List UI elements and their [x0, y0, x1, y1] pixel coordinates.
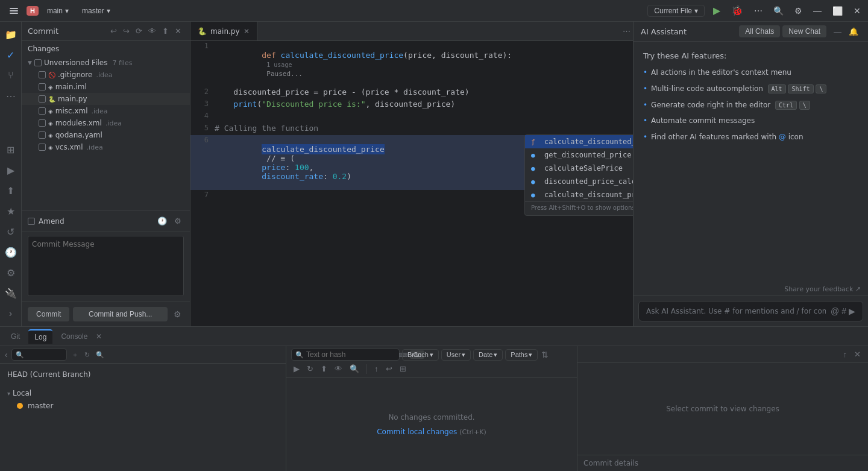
- user-filter-button[interactable]: User ▾: [441, 349, 471, 361]
- list-item[interactable]: ◈ misc.xml .idea: [22, 105, 190, 117]
- master-branch-button[interactable]: master ▾: [77, 5, 115, 16]
- right-up-button[interactable]: ↑: [841, 349, 850, 360]
- settings-button[interactable]: ⚙: [792, 4, 805, 18]
- play-log-button[interactable]: ▶: [291, 363, 302, 375]
- file-group-header[interactable]: ▼ Unversioned Files 7 files: [22, 57, 190, 69]
- eye-log-button[interactable]: 👁: [332, 363, 345, 375]
- sidebar-more-icon[interactable]: ⋯: [2, 87, 20, 105]
- file-checkbox[interactable]: [39, 144, 46, 151]
- run-button[interactable]: ▶: [711, 2, 723, 19]
- search-button-2[interactable]: 🔍: [95, 350, 105, 360]
- file-checkbox[interactable]: [39, 131, 46, 139]
- undo-log-button[interactable]: ↩: [383, 363, 395, 375]
- tab-close-button[interactable]: ✕: [244, 27, 250, 36]
- refresh-button[interactable]: ⟳: [133, 25, 145, 37]
- file-checkbox[interactable]: [39, 119, 46, 127]
- amend-checkbox[interactable]: [28, 218, 35, 225]
- ai-input-field[interactable]: [646, 307, 826, 315]
- expand-log-button[interactable]: ⊞: [397, 363, 409, 375]
- file-checkbox[interactable]: [39, 107, 46, 115]
- new-chat-button[interactable]: New Chat: [782, 25, 826, 37]
- ai-at-button[interactable]: @: [831, 306, 839, 316]
- ai-feedback-link[interactable]: Share your feedback ↗: [634, 283, 868, 296]
- sidebar-star-icon[interactable]: ★: [2, 202, 20, 220]
- sidebar-settings2-icon[interactable]: ⚙: [2, 264, 20, 282]
- list-item[interactable]: ◈ main.iml: [22, 81, 190, 93]
- current-file-button[interactable]: Current File ▾: [647, 5, 705, 17]
- autocomplete-item-2[interactable]: ● get_discounted_price: [525, 148, 633, 162]
- code-editor[interactable]: 1 def calculate_discounted_price(price, …: [190, 41, 633, 326]
- expand-button[interactable]: ⬆: [160, 25, 171, 37]
- right-close-button[interactable]: ✕: [852, 349, 863, 360]
- close-panel-button[interactable]: ✕: [172, 25, 184, 37]
- sidebar-deploy-icon[interactable]: ⬆: [2, 182, 20, 200]
- branch-filter-button[interactable]: Branch ▾: [402, 349, 439, 361]
- sidebar-history-icon[interactable]: ↺: [2, 223, 20, 241]
- eye-button[interactable]: 👁: [146, 25, 159, 37]
- ai-minus-button[interactable]: —: [831, 26, 844, 37]
- sidebar-expand-icon[interactable]: ›: [2, 305, 20, 323]
- commit-message-input[interactable]: [28, 236, 184, 296]
- local-header[interactable]: ▾ Local: [7, 388, 278, 399]
- tab-log[interactable]: Log: [28, 329, 52, 344]
- sidebar-run-icon[interactable]: ▶: [2, 161, 20, 179]
- text-hash-input[interactable]: [306, 350, 397, 359]
- sidebar-commit-icon[interactable]: ✓: [2, 46, 20, 64]
- tab-git[interactable]: Git: [5, 330, 26, 343]
- search-log-button[interactable]: 🔍: [347, 363, 362, 375]
- list-item-mainpy[interactable]: 🐍 main.py: [22, 93, 190, 105]
- redo-button[interactable]: ↪: [121, 25, 132, 37]
- commit-push-button[interactable]: Commit and Push...: [73, 307, 168, 321]
- list-item[interactable]: 🚫 .gitignore .idea: [22, 69, 190, 81]
- search-button[interactable]: 🔍: [771, 4, 786, 18]
- autocomplete-item-1[interactable]: ƒ calculate_discounted_price: [525, 135, 633, 148]
- sort-button[interactable]: ⇅: [540, 349, 550, 361]
- autocomplete-dropdown[interactable]: ƒ calculate_discounted_price ● get_disco…: [524, 134, 633, 216]
- ai-hash-button[interactable]: #: [841, 306, 846, 316]
- sidebar-git-icon[interactable]: ⑂: [2, 66, 20, 84]
- file-checkbox[interactable]: [39, 71, 46, 78]
- amend-settings-icon[interactable]: ⚙: [172, 215, 184, 227]
- close-button[interactable]: ✕: [851, 4, 863, 18]
- git-left-nav-button[interactable]: ‹: [5, 350, 8, 359]
- list-item[interactable]: ◈ qodana.yaml: [22, 129, 190, 141]
- list-item[interactable]: ◈ modules.xml .idea: [22, 117, 190, 129]
- commit-button[interactable]: Commit: [28, 307, 69, 321]
- main-branch-button[interactable]: main ▾: [42, 5, 74, 16]
- sidebar-history2-icon[interactable]: 🕐: [2, 243, 20, 261]
- head-branch-item[interactable]: HEAD (Current Branch): [7, 368, 278, 381]
- group-checkbox[interactable]: [34, 59, 42, 66]
- upload-log-button[interactable]: ⬆: [318, 363, 330, 375]
- add-button[interactable]: ＋: [71, 349, 80, 361]
- autocomplete-item-3[interactable]: ● calculateSalePrice: [525, 162, 633, 175]
- list-item[interactable]: ◈ vcs.xml .idea: [22, 141, 190, 153]
- commit-settings-icon[interactable]: ⚙: [171, 307, 184, 321]
- tab-menu-button[interactable]: ⋯: [620, 24, 633, 38]
- undo-button[interactable]: ↩: [108, 25, 119, 37]
- paths-filter-button[interactable]: Paths ▾: [505, 349, 538, 361]
- tab-main-py[interactable]: 🐍 main.py ✕: [190, 22, 257, 40]
- autocomplete-item-5[interactable]: ● calculate_discount_price: [525, 188, 633, 201]
- more-options-button[interactable]: ⋯: [752, 4, 765, 18]
- arrow-log-button[interactable]: ↑: [372, 363, 381, 375]
- hamburger-menu-button[interactable]: [5, 2, 23, 20]
- console-close-button[interactable]: ✕: [96, 332, 102, 341]
- tab-console[interactable]: Console: [55, 330, 93, 343]
- refresh-log-button[interactable]: ↻: [304, 363, 316, 375]
- commit-local-link[interactable]: Commit local changes: [377, 428, 457, 436]
- debug-button[interactable]: 🐞: [729, 2, 746, 19]
- logo-button[interactable]: H: [27, 6, 39, 16]
- amend-history-icon[interactable]: 🕐: [155, 215, 169, 227]
- minimize-button[interactable]: —: [811, 4, 824, 18]
- file-checkbox[interactable]: [39, 83, 46, 90]
- maximize-button[interactable]: ⬜: [830, 4, 845, 18]
- ai-send-button[interactable]: ▶: [849, 306, 855, 316]
- master-branch-item[interactable]: master: [7, 400, 278, 412]
- autocomplete-item-4[interactable]: ● discounted_price_calculation: [525, 175, 633, 188]
- sidebar-files-icon[interactable]: 📁: [2, 25, 20, 43]
- git-search-input[interactable]: [27, 350, 63, 359]
- file-checkbox[interactable]: [39, 95, 46, 103]
- sidebar-layers-icon[interactable]: ⊞: [2, 141, 20, 159]
- fetch-button[interactable]: ↻: [83, 350, 91, 360]
- all-chats-tab[interactable]: All Chats: [739, 25, 780, 37]
